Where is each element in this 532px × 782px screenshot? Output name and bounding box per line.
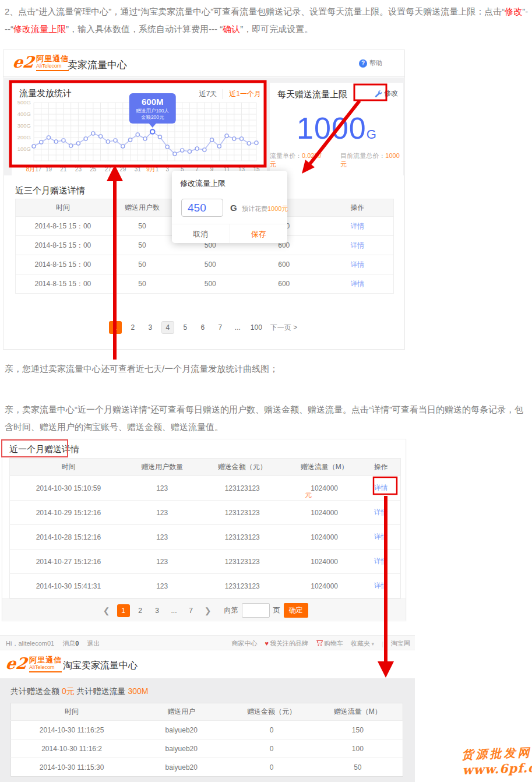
day-detail-table: 时间赠送用户赠送金额（元）赠送流量（M） 2014-10-30 11:16:25… [10, 703, 403, 777]
goto-confirm-button[interactable]: 确定 [284, 603, 308, 618]
table-cell: 500 [174, 255, 246, 274]
table-cell: 2014-8-15 15：00 [16, 217, 110, 236]
goto-page: 向第 页 确定 [224, 603, 308, 618]
svg-text:600M: 600M [142, 97, 164, 107]
detail-link[interactable]: 详情 [374, 484, 388, 492]
table-cell: 50 [110, 236, 174, 255]
table-cell: 50 [110, 255, 174, 274]
cancel-button[interactable]: 取消 [172, 224, 230, 243]
page-item[interactable]: 下一页 > [269, 321, 299, 334]
page-item[interactable]: 6 [196, 321, 209, 334]
cart-link[interactable]: 购物车 [316, 639, 343, 648]
table-cell: 2014-8-15 15：00 [16, 255, 110, 274]
monthly-table-body: 2014-10-30 15:10:591231231231231024000详情… [10, 476, 401, 598]
favorites-link[interactable]: 收藏夹 ▾ [351, 639, 374, 648]
logout-link[interactable]: 退出 [87, 639, 100, 648]
limit-panel-title: 每天赠送流量上限 [277, 89, 347, 100]
detail-link[interactable]: 详情 [374, 533, 388, 541]
page-item[interactable]: ❮ [100, 604, 113, 617]
detail-gray-panel: 共计赠送金额 0元 共计赠送流量 300M 时间赠送用户赠送金额（元）赠送流量（… [0, 678, 415, 782]
page-current[interactable]: 1 [117, 604, 130, 617]
page-item[interactable]: 2 [134, 604, 147, 617]
taobao-link[interactable]: 淘宝网 [391, 639, 410, 648]
page-item[interactable]: 5 [179, 321, 192, 334]
seller-center-link[interactable]: 商家中心 [232, 639, 258, 648]
table-header-cell: 赠送用户数 [110, 199, 174, 217]
page-item[interactable]: 100 [249, 321, 264, 334]
goto-page-input[interactable] [242, 603, 270, 618]
alitelecom-logo-mark-icon: e2 [12, 54, 35, 71]
note-paragraph-1: 亲，您通过卖家流量中心还可查看近七天/一个月流量发放统计曲线图； [5, 360, 529, 378]
page-item[interactable]: ❯ [202, 604, 214, 617]
page-item[interactable]: 7 [185, 604, 198, 617]
svg-text:27: 27 [105, 166, 112, 172]
page-item[interactable]: 7 [214, 321, 227, 334]
svg-text:金额200元: 金额200元 [141, 114, 164, 120]
page-item[interactable]: ... [231, 321, 244, 334]
followed-brands-link[interactable]: ♥我关注的品牌 [265, 639, 309, 648]
table-cell: 2014-10-30 11:16:25 [11, 721, 133, 739]
help-link[interactable]: ? 帮助 [359, 59, 382, 68]
table-cell: 500 [174, 274, 246, 294]
page-item[interactable]: 4 [161, 321, 174, 334]
detail-link[interactable]: 详情 [351, 280, 365, 288]
topbar-divider: | [382, 640, 383, 647]
table-cell: 123 [127, 549, 198, 574]
detail-link[interactable]: 详情 [351, 222, 365, 230]
table-cell: 123 [127, 476, 198, 501]
limit-input[interactable] [181, 199, 223, 217]
detail-link[interactable]: 详情 [374, 508, 388, 516]
svg-text:8月17: 8月17 [26, 166, 42, 172]
table-header-cell: 时间 [16, 199, 110, 217]
messages-link[interactable]: 消息0 [62, 639, 79, 648]
taobao-traffic-center-screenshot: Hi，alitelecom01 消息0 退出 商家中心 ♥我关注的品牌 购物车 … [0, 635, 415, 782]
svg-text:赠送用户100人: 赠送用户100人 [136, 108, 169, 114]
alitelecom-logo: e2 阿里通信 AliTelecom [13, 54, 69, 71]
table-row: 2014-10-30 15:10:591231231231231024000详情 [10, 476, 401, 501]
help-label: 帮助 [369, 59, 382, 68]
topbar-left: Hi，alitelecom01 消息0 退出 [6, 639, 100, 648]
page-item[interactable]: 3 [144, 321, 157, 334]
page-item[interactable]: 3 [151, 604, 164, 617]
detail-link[interactable]: 详情 [351, 260, 365, 269]
table-cell: 123 [127, 525, 198, 549]
detail-link[interactable]: 详情 [374, 582, 388, 590]
page-item[interactable]: 2 [126, 321, 139, 334]
monthly-table-header: 时间赠送用户数量赠送金额（元）赠送流量（M）操作 [10, 459, 401, 476]
table-header-cell: 操作 [322, 199, 393, 217]
detail-link[interactable]: 详情 [351, 241, 365, 249]
table-cell: 2014-10-30 15:10:59 [10, 476, 127, 501]
table-cell: 详情 [361, 501, 400, 525]
table-cell: 0 [230, 758, 312, 777]
svg-text:400G: 400G [17, 111, 31, 117]
table-cell: 600 [246, 255, 322, 274]
save-button[interactable]: 保存 [230, 224, 288, 243]
goto-label: 向第 [224, 605, 238, 615]
table-cell: 2014-10-30 15:41:31 [10, 574, 127, 598]
table-row: 2014-8-15 15：0050500600详情 [16, 274, 394, 294]
svg-text:29: 29 [119, 166, 126, 172]
table-header-cell: 赠送流量（M） [313, 703, 403, 721]
page-title-3: 淘宝卖家流量中心 [63, 660, 138, 672]
user-greeting: Hi，alitelecom01 [6, 639, 54, 648]
table-cell: 0 [230, 739, 312, 758]
table-cell: 2014-10-30 11:15:30 [11, 758, 133, 777]
page-item[interactable]: ... [168, 604, 181, 617]
table-cell: baiyueb20 [132, 739, 230, 758]
table-row: 2014-10-30 11:16:2baiyueb200100 [11, 739, 403, 758]
edit-limit-button[interactable]: 修改 [374, 89, 398, 98]
goto-suffix: 页 [273, 605, 280, 615]
detail-link[interactable]: 详情 [374, 557, 388, 565]
modal-title: 修改流量上限 [180, 178, 226, 189]
total-flow: 300M [128, 686, 148, 696]
table-row: 2014-10-28 15:12:161231231231231024000详情 [10, 525, 401, 549]
topbar-right: 商家中心 ♥我关注的品牌 购物车 收藏夹 ▾ | 淘宝网 [232, 639, 410, 648]
estimated-cost: 预计花费1000元 [242, 205, 288, 213]
price-info: 流量单价：0.02M/元 目前流量总价：1000元 [270, 152, 403, 169]
table-row: 2014-10-30 15:41:311231231231231024000详情 [10, 574, 401, 598]
table-cell: baiyueb20 [132, 758, 230, 777]
table-cell: baiyueb20 [132, 721, 230, 739]
page-current[interactable]: 1 [109, 321, 122, 334]
unit-label: G [230, 203, 237, 213]
table-cell: 详情 [322, 274, 393, 294]
